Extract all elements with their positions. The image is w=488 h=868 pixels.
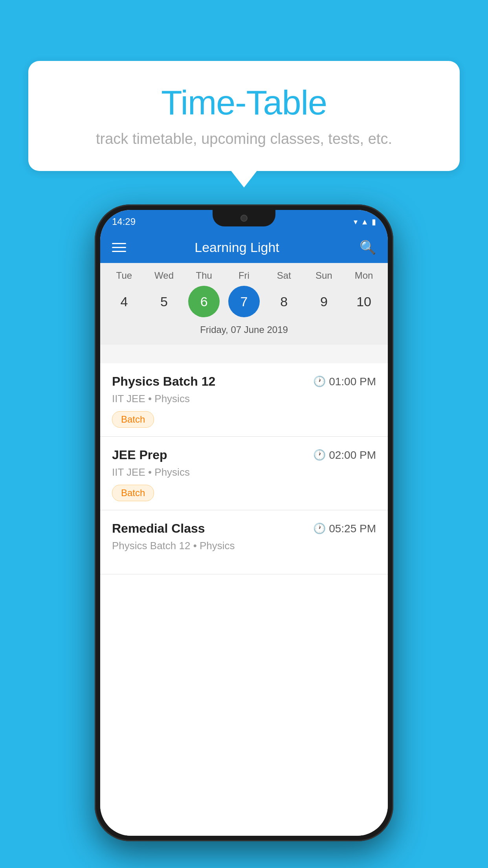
event-title-2: JEE Prep	[112, 448, 167, 462]
events-section: Physics Batch 12 🕐 01:00 PM IIT JEE • Ph…	[100, 363, 388, 836]
status-icons: ▾ ▲ ▮	[354, 215, 376, 226]
day-header-tue: Tue	[108, 270, 140, 281]
day-numbers: 4 5 6 7 8 9 10	[100, 284, 388, 322]
event-meta-1: IIT JEE • Physics	[112, 393, 376, 405]
event-tag-2: Batch	[112, 485, 154, 501]
event-time-2: 🕐 02:00 PM	[313, 449, 376, 462]
signal-icon: ▲	[361, 217, 369, 226]
event-time-value-2: 02:00 PM	[329, 449, 376, 462]
day-header-sun: Sun	[308, 270, 339, 281]
wifi-icon: ▾	[354, 217, 358, 226]
phone-screen: 14:29 ▾ ▲ ▮ Learning Light 🔍	[100, 210, 388, 836]
clock-icon-2: 🕐	[313, 449, 326, 461]
day-8[interactable]: 8	[268, 286, 300, 317]
day-header-mon: Mon	[348, 270, 380, 281]
event-item-1[interactable]: Physics Batch 12 🕐 01:00 PM IIT JEE • Ph…	[100, 363, 388, 437]
search-button[interactable]: 🔍	[360, 239, 376, 255]
day-headers: Tue Wed Thu Fri Sat Sun Mon	[100, 263, 388, 284]
speech-bubble-card: Time-Table track timetable, upcoming cla…	[28, 61, 460, 171]
event-title-3: Remedial Class	[112, 521, 205, 536]
event-item-3[interactable]: Remedial Class 🕐 05:25 PM Physics Batch …	[100, 510, 388, 574]
day-6-today[interactable]: 6	[188, 286, 220, 317]
status-time: 14:29	[112, 214, 136, 227]
day-header-thu: Thu	[188, 270, 220, 281]
event-item-2[interactable]: JEE Prep 🕐 02:00 PM IIT JEE • Physics Ba…	[100, 437, 388, 510]
event-header-1: Physics Batch 12 🕐 01:00 PM	[112, 374, 376, 389]
day-5[interactable]: 5	[149, 286, 180, 317]
app-bar: Learning Light 🔍	[100, 232, 388, 263]
event-meta-2: IIT JEE • Physics	[112, 466, 376, 478]
event-header-2: JEE Prep 🕐 02:00 PM	[112, 448, 376, 462]
event-time-1: 🕐 01:00 PM	[313, 375, 376, 388]
bubble-title: Time-Table	[52, 83, 436, 123]
day-7-selected[interactable]: 7	[228, 286, 260, 317]
day-header-wed: Wed	[149, 270, 180, 281]
event-time-value-3: 05:25 PM	[329, 522, 376, 535]
phone-notch	[213, 210, 275, 226]
event-meta-3: Physics Batch 12 • Physics	[112, 540, 376, 552]
phone-mockup: 14:29 ▾ ▲ ▮ Learning Light 🔍	[95, 204, 393, 841]
day-9[interactable]: 9	[308, 286, 339, 317]
day-4[interactable]: 4	[108, 286, 140, 317]
event-header-3: Remedial Class 🕐 05:25 PM	[112, 521, 376, 536]
event-tag-1: Batch	[112, 411, 154, 428]
event-time-3: 🕐 05:25 PM	[313, 522, 376, 535]
phone-frame: 14:29 ▾ ▲ ▮ Learning Light 🔍	[95, 204, 393, 841]
clock-icon-1: 🕐	[313, 375, 326, 388]
day-10[interactable]: 10	[348, 286, 380, 317]
calendar-section: Tue Wed Thu Fri Sat Sun Mon 4 5 6 7 8 9 …	[100, 263, 388, 345]
day-header-fri: Fri	[228, 270, 260, 281]
app-title: Learning Light	[114, 240, 360, 255]
event-time-value-1: 01:00 PM	[329, 375, 376, 388]
selected-date-label: Friday, 07 June 2019	[100, 322, 388, 341]
event-title-1: Physics Batch 12	[112, 374, 215, 389]
camera-icon	[240, 215, 248, 222]
battery-icon: ▮	[372, 217, 376, 226]
bubble-subtitle: track timetable, upcoming classes, tests…	[52, 131, 436, 147]
day-header-sat: Sat	[268, 270, 300, 281]
clock-icon-3: 🕐	[313, 522, 326, 535]
